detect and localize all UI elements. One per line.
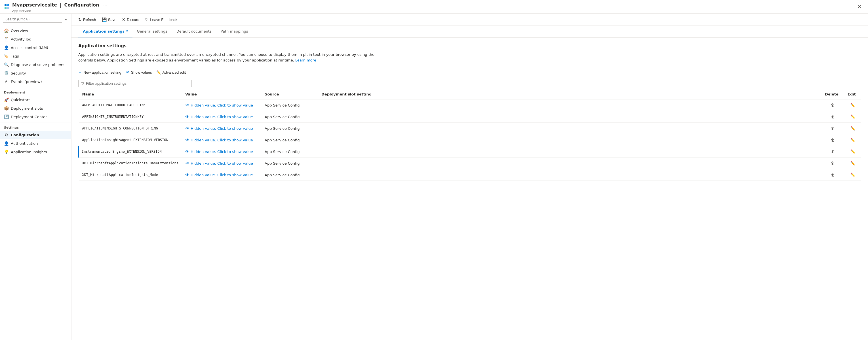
sidebar-label-overview: Overview [11, 29, 28, 33]
feedback-button[interactable]: ♡ Leave Feedback [143, 16, 180, 23]
sidebar-item-security[interactable]: 🛡️ Security [0, 69, 71, 77]
cell-value[interactable]: 👁 Hidden value. Click to show value [182, 146, 261, 158]
delete-button[interactable]: 🗑 [829, 160, 837, 166]
page-title: Configuration [64, 2, 99, 8]
edit-button[interactable]: ✏️ [849, 137, 857, 143]
close-button[interactable]: ✕ [855, 2, 864, 12]
cell-edit[interactable]: ✏️ [844, 99, 861, 111]
cell-delete[interactable]: 🗑 [822, 123, 844, 134]
cell-name: ApplicationInsightsAgent_EXTENSION_VERSI… [79, 134, 182, 146]
cell-edit[interactable]: ✏️ [844, 123, 861, 134]
delete-button[interactable]: 🗑 [829, 102, 837, 108]
page-content: Application settings * General settings … [71, 26, 868, 340]
filter-input-wrapper: ▽ [78, 80, 192, 87]
hidden-value-link[interactable]: 👁 Hidden value. Click to show value [185, 126, 258, 131]
tab-default-docs-label: Default documents [177, 29, 212, 33]
edit-button[interactable]: ✏️ [849, 172, 857, 178]
cell-slot [318, 111, 822, 123]
sidebar-item-deployment-slots[interactable]: 📦 Deployment slots [0, 104, 71, 112]
sidebar-item-deployment-center[interactable]: 🔄 Deployment Center [0, 112, 71, 121]
cell-slot [318, 158, 822, 169]
sidebar-item-diagnose[interactable]: 🔍 Diagnose and solve problems [0, 60, 71, 69]
cell-edit[interactable]: ✏️ [844, 146, 861, 158]
cell-edit[interactable]: ✏️ [844, 169, 861, 181]
show-values-button[interactable]: 👁 Show values [126, 69, 152, 76]
cell-edit[interactable]: ✏️ [844, 134, 861, 146]
edit-button[interactable]: ✏️ [849, 149, 857, 155]
tab-path-mappings[interactable]: Path mappings [216, 26, 253, 37]
edit-button[interactable]: ✏️ [849, 114, 857, 120]
cell-edit[interactable]: ✏️ [844, 111, 861, 123]
save-icon: 💾 [102, 17, 107, 22]
table-row: InstrumentationEngine_EXTENSION_VERSION👁… [79, 146, 862, 158]
cell-delete[interactable]: 🗑 [822, 169, 844, 181]
search-input[interactable] [3, 16, 62, 23]
tab-default-docs[interactable]: Default documents [172, 26, 216, 37]
cell-value[interactable]: 👁 Hidden value. Click to show value [182, 99, 261, 111]
cell-delete[interactable]: 🗑 [822, 146, 844, 158]
sidebar-item-quickstart[interactable]: 🚀 Quickstart [0, 96, 71, 104]
edit-button[interactable]: ✏️ [849, 102, 857, 108]
authentication-icon: 👤 [4, 141, 8, 146]
sidebar-item-app-insights[interactable]: 💡 Application Insights [0, 148, 71, 156]
sidebar-item-configuration[interactable]: ⚙️ Configuration [0, 131, 71, 139]
edit-button[interactable]: ✏️ [849, 160, 857, 166]
cell-source: App Service Config [261, 169, 318, 181]
delete-button[interactable]: 🗑 [829, 137, 837, 143]
col-header-delete: Delete [822, 89, 844, 99]
top-bar: Myappservicesite | Configuration ··· App… [0, 0, 868, 13]
cell-delete[interactable]: 🗑 [822, 158, 844, 169]
col-header-name: Name [79, 89, 182, 99]
sidebar-item-events[interactable]: ⚡ Events (preview) [0, 77, 71, 86]
delete-button[interactable]: 🗑 [829, 149, 837, 155]
ellipsis-button[interactable]: ··· [101, 1, 110, 9]
sidebar-label-events: Events (preview) [11, 80, 42, 84]
save-button[interactable]: 💾 Save [99, 16, 119, 23]
cell-value[interactable]: 👁 Hidden value. Click to show value [182, 134, 261, 146]
cell-edit[interactable]: ✏️ [844, 158, 861, 169]
eye-icon: 👁 [185, 138, 189, 142]
sidebar-label-quickstart: Quickstart [11, 98, 30, 102]
hidden-value-link[interactable]: 👁 Hidden value. Click to show value [185, 103, 258, 107]
edit-button[interactable]: ✏️ [849, 126, 857, 131]
access-control-icon: 👤 [4, 45, 8, 50]
hidden-value-link[interactable]: 👁 Hidden value. Click to show value [185, 138, 258, 142]
sidebar-item-tags[interactable]: 🏷️ Tags [0, 52, 71, 60]
delete-button[interactable]: 🗑 [829, 126, 837, 131]
quickstart-icon: 🚀 [4, 98, 8, 102]
discard-icon: ✕ [122, 17, 125, 22]
tab-asterisk: * [125, 29, 128, 33]
discard-button[interactable]: ✕ Discard [120, 16, 142, 23]
hidden-value-link[interactable]: 👁 Hidden value. Click to show value [185, 149, 258, 154]
eye-icon: 👁 [185, 114, 189, 119]
cell-delete[interactable]: 🗑 [822, 134, 844, 146]
tab-general-settings[interactable]: General settings [132, 26, 172, 37]
sidebar-item-access-control[interactable]: 👤 Access control (IAM) [0, 43, 71, 52]
delete-button[interactable]: 🗑 [829, 114, 837, 120]
cell-value[interactable]: 👁 Hidden value. Click to show value [182, 158, 261, 169]
save-label: Save [108, 18, 117, 22]
new-setting-button[interactable]: ＋ New application setting [78, 69, 121, 76]
top-bar-right: ✕ [855, 2, 864, 12]
learn-more-link[interactable]: Learn more [295, 58, 316, 62]
cell-delete[interactable]: 🗑 [822, 99, 844, 111]
delete-button[interactable]: 🗑 [829, 172, 837, 178]
hidden-value-link[interactable]: 👁 Hidden value. Click to show value [185, 114, 258, 119]
hidden-value-link[interactable]: 👁 Hidden value. Click to show value [185, 161, 258, 166]
cell-delete[interactable]: 🗑 [822, 111, 844, 123]
collapse-button[interactable]: « [64, 16, 68, 23]
refresh-button[interactable]: ↻ Refresh [76, 16, 98, 23]
cell-value[interactable]: 👁 Hidden value. Click to show value [182, 123, 261, 134]
diagnose-icon: 🔍 [4, 62, 8, 67]
cell-value[interactable]: 👁 Hidden value. Click to show value [182, 111, 261, 123]
hidden-value-link[interactable]: 👁 Hidden value. Click to show value [185, 173, 258, 177]
advanced-edit-button[interactable]: ✏️ Advanced edit [156, 69, 186, 76]
sidebar-item-activity-log[interactable]: 📋 Activity log [0, 35, 71, 43]
cell-slot [318, 146, 822, 158]
sidebar-item-authentication[interactable]: 👤 Authentication [0, 139, 71, 148]
table-row: XDT_MicrosoftApplicationInsights_Mode👁 H… [79, 169, 862, 181]
sidebar-item-overview[interactable]: 🏠 Overview [0, 26, 71, 35]
tab-app-settings[interactable]: Application settings * [78, 26, 132, 37]
filter-input[interactable] [86, 81, 189, 86]
cell-value[interactable]: 👁 Hidden value. Click to show value [182, 169, 261, 181]
